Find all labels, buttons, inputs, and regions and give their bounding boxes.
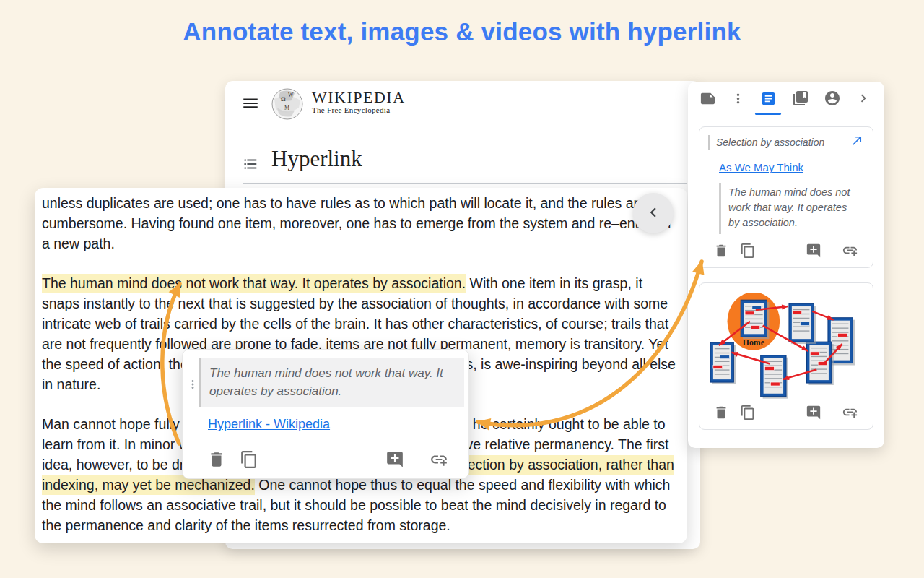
card-actions [713,404,858,420]
annotation-sidebar: Selection by association As We May Think… [688,82,884,448]
article-title: Hyperlink [271,146,362,172]
annotation-card-link[interactable]: As We May Think [719,161,803,173]
svg-text:W: W [288,92,294,98]
account-icon[interactable] [824,90,841,107]
wikipedia-wordmark-text: WIKIPEDIA [312,90,406,105]
toc-list-icon[interactable] [243,156,258,172]
copy-icon[interactable] [240,450,258,469]
annotation-popup: The human mind does not work that way. I… [182,349,469,479]
annotation-card-image: Home [699,282,873,430]
wikipedia-wordmark: WIKIPEDIA The Free Encyclopedia [312,90,406,115]
kebab-menu-icon[interactable] [731,91,746,106]
page-title: Annotate text, images & videos with hype… [0,17,924,46]
copy-icon[interactable] [740,243,756,259]
chevron-left-icon [644,203,663,224]
svg-text:Ω: Ω [281,95,286,103]
wikipedia-globe-logo: Ω W M [270,86,305,122]
annotation-card-title: Selection by association [708,135,850,150]
collections-icon[interactable] [792,90,809,107]
annotated-image[interactable]: Home [709,293,864,402]
tab-annotations[interactable] [760,90,777,107]
highlight-annotation-1[interactable]: The human mind does not work that way. I… [42,274,466,293]
diagram-home-label: Home [743,338,764,348]
add-link-icon[interactable] [430,450,448,469]
annotations-tab-icon [760,90,777,107]
add-comment-icon[interactable] [806,405,821,420]
trash-icon[interactable] [207,450,226,469]
card-actions [713,242,858,259]
add-link-icon[interactable] [842,404,858,420]
annotation-card-quote: The human mind does not work that way. I… [719,183,863,234]
sidebar-toolbar [688,82,884,107]
add-comment-icon[interactable] [806,243,821,259]
title-rule [243,183,687,184]
collapse-panel-button[interactable] [633,193,674,233]
active-tab-underline [755,113,781,115]
chevron-right-icon[interactable] [855,90,871,106]
page: { "page": { "title": "Annotate text, ima… [0,0,924,578]
svg-text:M: M [284,105,289,111]
hyperlink-diagram-image: Home [709,293,865,400]
copy-icon[interactable] [740,405,756,420]
popup-actions [207,450,448,469]
menu-icon[interactable] [241,94,260,113]
wikipedia-tagline: The Free Encyclopedia [312,105,406,115]
trash-icon[interactable] [713,405,729,420]
popup-hyperlink[interactable]: Hyperlink - Wikipedia [208,417,330,432]
popup-quote: The human mind does not work that way. I… [199,358,464,407]
add-link-icon[interactable] [842,242,858,259]
drag-handle-dots-icon[interactable] [186,374,199,394]
open-link-ne-arrow-icon[interactable] [850,134,864,147]
annotation-card-text: Selection by association As We May Think… [699,126,873,268]
note-icon[interactable] [699,90,716,107]
wikipedia-header: Ω W M WIKIPEDIA The Free Encyclopedia [225,81,700,131]
trash-icon[interactable] [713,243,729,259]
add-comment-icon[interactable] [385,450,404,469]
paragraph-1: unless duplicates are used; one has to h… [42,193,681,254]
